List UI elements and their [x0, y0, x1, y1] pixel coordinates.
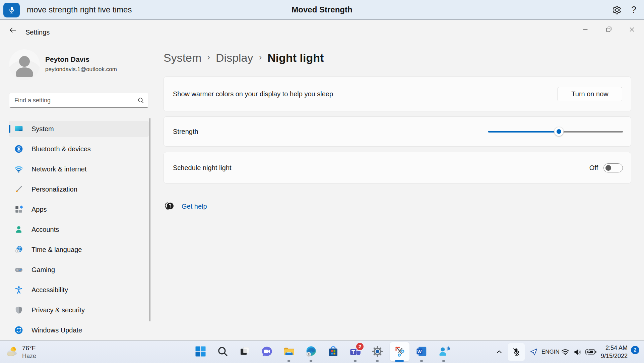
get-help-link[interactable]: Get help [182, 203, 207, 210]
sidebar-item-label: System [31, 125, 54, 133]
search-icon[interactable] [137, 97, 144, 104]
strength-slider[interactable] [488, 127, 623, 136]
restore-button[interactable] [601, 24, 617, 35]
sidebar-item-apps[interactable]: Apps [9, 201, 149, 217]
taskbar-app-chat[interactable] [256, 341, 278, 363]
apps-icon [14, 205, 23, 214]
slider-fill [488, 131, 559, 133]
taskbar-app-search[interactable] [211, 341, 234, 363]
task-view-icon [239, 346, 251, 359]
wifi-status[interactable] [559, 348, 571, 356]
privacy-icon [14, 306, 23, 314]
taskbar-app-store[interactable] [322, 341, 344, 363]
minimize-button[interactable] [578, 24, 593, 35]
sidebar-item-label: Time & language [31, 246, 82, 254]
taskbar-app-settings[interactable] [366, 341, 388, 363]
svg-text:W: W [417, 349, 422, 354]
update-icon [14, 326, 23, 334]
taskbar: 76°F Haze 2W [0, 341, 644, 363]
taskbar-app-file-explorer[interactable] [278, 341, 300, 363]
weather-icon [5, 346, 19, 358]
microphone-muted-button[interactable] [508, 343, 525, 361]
search-input[interactable] [9, 93, 148, 107]
location-in-use-indicator[interactable] [526, 345, 541, 359]
battery-charging-icon [585, 349, 597, 355]
taskbar-app-edge[interactable] [300, 341, 322, 363]
taskbar-app-word[interactable]: W [410, 341, 433, 363]
weather-widget[interactable]: 76°F Haze [5, 341, 36, 363]
back-button[interactable] [7, 25, 19, 35]
help-chat-icon [164, 201, 175, 212]
turn-on-now-button[interactable]: Turn on now [558, 87, 622, 101]
sidebar-item-system[interactable]: System [9, 121, 149, 137]
language-line1: ENG [541, 348, 554, 356]
help-icon[interactable]: ? [631, 0, 636, 19]
breadcrumb-system[interactable]: System [164, 51, 201, 64]
get-help-row: Get help [164, 201, 207, 212]
volume-status[interactable] [571, 348, 584, 357]
accounts-icon [14, 225, 23, 234]
profile-name: Peyton Davis [45, 55, 89, 63]
taskbar-app-task-view[interactable] [234, 341, 256, 363]
bluetooth-icon [14, 145, 23, 153]
selected-indicator [9, 125, 10, 133]
speaker-icon [573, 348, 582, 357]
weather-condition: Haze [22, 352, 36, 360]
sidebar-item-label: Gaming [31, 266, 55, 274]
battery-status[interactable] [584, 349, 598, 355]
sidebar-item-label: Accounts [31, 226, 59, 234]
running-indicator [310, 360, 313, 362]
running-indicator [420, 360, 423, 362]
avatar[interactable] [9, 49, 40, 80]
sidebar-item-privacy[interactable]: Privacy & security [9, 302, 149, 318]
schedule-toggle[interactable] [603, 163, 623, 172]
system-tray: ENG IN [493, 341, 644, 363]
tray-chevron-up[interactable] [493, 345, 506, 359]
profile-email: peytondavis.1@outlook.com [45, 66, 117, 73]
sidebar-item-gaming[interactable]: Gaming [9, 262, 149, 278]
file-explorer-icon [283, 346, 295, 359]
sidebar-scrollbar[interactable] [149, 118, 150, 321]
notification-count-badge[interactable]: 2 [631, 346, 639, 354]
taskbar-app-snipping-tool[interactable] [388, 341, 410, 363]
sidebar-item-label: Network & internet [31, 165, 87, 173]
close-button[interactable] [624, 24, 640, 35]
taskbar-app-teams[interactable]: 2 [344, 341, 366, 363]
clock-date: 9/15/2022 [601, 352, 628, 360]
breadcrumb-display[interactable]: Display [216, 51, 253, 64]
taskbar-app-start[interactable] [189, 341, 211, 363]
snipping-tool-icon [394, 346, 405, 359]
sidebar-nav: SystemBluetooth & devicesNetwork & inter… [9, 121, 149, 342]
warm-colors-card: Show warmer colors on your display to he… [164, 76, 631, 111]
sidebar-item-update[interactable]: Windows Update [9, 322, 149, 338]
chevron-right-icon: › [207, 52, 210, 62]
restore-icon [605, 26, 613, 33]
schedule-label: Schedule night light [173, 164, 232, 172]
taskbar-app-voice-access[interactable] [433, 341, 455, 363]
time-icon [14, 245, 23, 254]
warm-colors-label: Show warmer colors on your display to he… [173, 90, 333, 98]
sidebar-item-bluetooth[interactable]: Bluetooth & devices [9, 141, 149, 157]
voice-command-bar: move strength right five times Moved Str… [0, 0, 644, 20]
sidebar-item-accessibility[interactable]: Accessibility [9, 282, 149, 298]
voice-action-title: Moved Strength [0, 0, 644, 19]
close-icon [628, 26, 636, 33]
sidebar-item-network[interactable]: Network & internet [9, 161, 149, 177]
sidebar-item-time[interactable]: Time & language [9, 242, 149, 258]
slider-thumb[interactable] [554, 127, 564, 136]
wifi-icon [561, 348, 570, 356]
sidebar-item-label: Apps [31, 206, 47, 213]
sidebar-item-personalization[interactable]: Personalization [9, 181, 149, 197]
back-arrow-icon [9, 26, 17, 34]
sidebar-item-accounts[interactable]: Accounts [9, 221, 149, 238]
chevron-up-icon [496, 348, 503, 356]
gear-icon[interactable] [612, 5, 622, 15]
weather-temperature: 76°F [22, 344, 36, 352]
clock-time: 2:54 AM [601, 344, 628, 352]
chevron-right-icon: › [259, 52, 262, 62]
clock[interactable]: 2:54 AM 9/15/2022 [601, 344, 628, 360]
language-indicator[interactable]: ENG IN [542, 348, 559, 356]
start-icon [195, 346, 206, 359]
search-icon [217, 346, 229, 359]
edge-icon [305, 346, 317, 359]
